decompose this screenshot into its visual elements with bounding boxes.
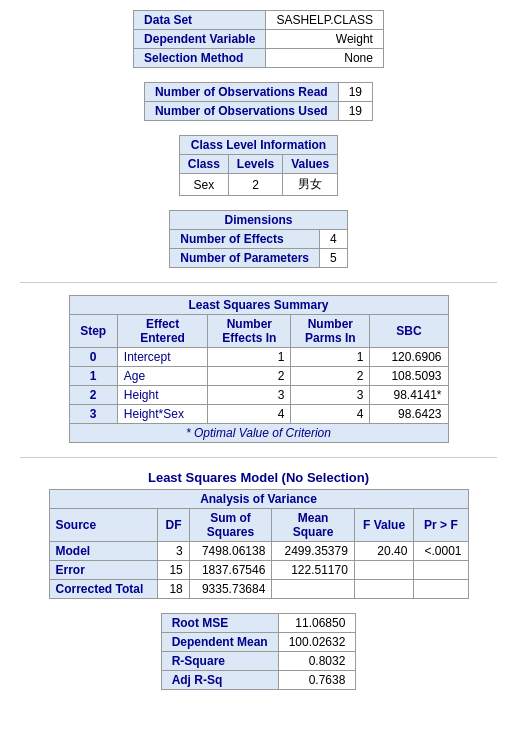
- table-row: Error 15 1837.67546 122.51170: [49, 561, 468, 580]
- dimensions-title: Dimensions: [170, 211, 347, 230]
- dimensions-table: Dimensions Number of Effects 4 Number of…: [169, 210, 347, 268]
- effects-in-header: NumberEffects In: [208, 315, 291, 348]
- table-row: Model 3 7498.06138 2499.35379 20.40 <.00…: [49, 542, 468, 561]
- class-level-section: Class Level Information Class Levels Val…: [20, 135, 497, 196]
- anova-header-row: Source DF Sum ofSquares MeanSquare F Val…: [49, 509, 468, 542]
- source-header: Source: [49, 509, 158, 542]
- df-1: 15: [158, 561, 189, 580]
- section-divider: [20, 282, 497, 283]
- ls-title-row: Least Squares Summary: [69, 296, 448, 315]
- table-row: Number of Observations Read 19: [144, 83, 372, 102]
- r-square-label: R-Square: [161, 652, 278, 671]
- page-container: Data Set SASHELP.CLASS Dependent Variabl…: [0, 0, 517, 714]
- levels-cell: 2: [228, 174, 282, 196]
- f-val-1: [354, 561, 413, 580]
- source-1: Error: [49, 561, 158, 580]
- pr-f-2: [414, 580, 468, 599]
- num-params-value: 5: [320, 249, 348, 268]
- sbc-3: 98.6423: [370, 405, 448, 424]
- source-2: Corrected Total: [49, 580, 158, 599]
- sum-sq-2: 9335.73684: [189, 580, 272, 599]
- table-row: Adj R-Sq 0.7638: [161, 671, 356, 690]
- class-header: Class: [179, 155, 228, 174]
- step-header: Step: [69, 315, 117, 348]
- dataset-value: SASHELP.CLASS: [266, 11, 384, 30]
- pr-f-1: [414, 561, 468, 580]
- effects-in-1: 2: [208, 367, 291, 386]
- sum-squares-header: Sum ofSquares: [189, 509, 272, 542]
- least-squares-table: Least Squares Summary Step EffectEntered…: [69, 295, 449, 443]
- selection-value: None: [266, 49, 384, 68]
- dataset-table: Data Set SASHELP.CLASS Dependent Variabl…: [133, 10, 384, 68]
- obs-read-label: Number of Observations Read: [144, 83, 338, 102]
- table-row: Sex 2 男女: [179, 174, 337, 196]
- levels-header: Levels: [228, 155, 282, 174]
- table-row: 1 Age 2 2 108.5093: [69, 367, 448, 386]
- anova-section: Analysis of Variance Source DF Sum ofSqu…: [20, 489, 497, 599]
- ls-footnote-row: * Optimal Value of Criterion: [69, 424, 448, 443]
- f-val-0: 20.40: [354, 542, 413, 561]
- dep-mean-value: 100.02632: [278, 633, 356, 652]
- df-2: 18: [158, 580, 189, 599]
- sum-sq-0: 7498.06138: [189, 542, 272, 561]
- values-cell: 男女: [283, 174, 338, 196]
- observations-table: Number of Observations Read 19 Number of…: [144, 82, 373, 121]
- mean-sq-1: 122.51170: [272, 561, 355, 580]
- dataset-section: Data Set SASHELP.CLASS Dependent Variabl…: [20, 10, 497, 68]
- obs-read-value: 19: [338, 83, 372, 102]
- dep-var-label: Dependent Variable: [134, 30, 266, 49]
- parms-in-3: 4: [291, 405, 370, 424]
- sbc-0: 120.6906: [370, 348, 448, 367]
- effects-in-0: 1: [208, 348, 291, 367]
- least-squares-section: Least Squares Summary Step EffectEntered…: [20, 295, 497, 443]
- table-row: R-Square 0.8032: [161, 652, 356, 671]
- ls-header-row: Step EffectEntered NumberEffects In Numb…: [69, 315, 448, 348]
- mean-square-header: MeanSquare: [272, 509, 355, 542]
- step-0: 0: [69, 348, 117, 367]
- df-0: 3: [158, 542, 189, 561]
- effect-3: Height*Sex: [117, 405, 208, 424]
- effects-in-2: 3: [208, 386, 291, 405]
- table-row: Number of Observations Used 19: [144, 102, 372, 121]
- sbc-1: 108.5093: [370, 367, 448, 386]
- sbc-2: 98.4141*: [370, 386, 448, 405]
- class-level-title-row: Class Level Information: [179, 136, 337, 155]
- dep-mean-label: Dependent Mean: [161, 633, 278, 652]
- table-row: Root MSE 11.06850: [161, 614, 356, 633]
- anova-title: Analysis of Variance: [49, 490, 468, 509]
- table-row: Number of Effects 4: [170, 230, 347, 249]
- parms-in-2: 3: [291, 386, 370, 405]
- table-row: 0 Intercept 1 1 120.6906: [69, 348, 448, 367]
- table-row: Number of Parameters 5: [170, 249, 347, 268]
- dimensions-title-row: Dimensions: [170, 211, 347, 230]
- parms-in-1: 2: [291, 367, 370, 386]
- table-row: Selection Method None: [134, 49, 384, 68]
- selection-label: Selection Method: [134, 49, 266, 68]
- ls-title: Least Squares Summary: [69, 296, 448, 315]
- step-2: 2: [69, 386, 117, 405]
- mean-sq-0: 2499.35379: [272, 542, 355, 561]
- parms-in-0: 1: [291, 348, 370, 367]
- num-effects-value: 4: [320, 230, 348, 249]
- effect-1: Age: [117, 367, 208, 386]
- table-row: Dependent Variable Weight: [134, 30, 384, 49]
- num-effects-label: Number of Effects: [170, 230, 320, 249]
- model-title: Least Squares Model (No Selection): [20, 470, 497, 485]
- dataset-label: Data Set: [134, 11, 266, 30]
- root-mse-label: Root MSE: [161, 614, 278, 633]
- class-cell: Sex: [179, 174, 228, 196]
- obs-used-label: Number of Observations Used: [144, 102, 338, 121]
- fit-stats-table: Root MSE 11.06850 Dependent Mean 100.026…: [161, 613, 357, 690]
- step-1: 1: [69, 367, 117, 386]
- class-level-table: Class Level Information Class Levels Val…: [179, 135, 338, 196]
- dep-var-value: Weight: [266, 30, 384, 49]
- table-row: Corrected Total 18 9335.73684: [49, 580, 468, 599]
- ls-footnote: * Optimal Value of Criterion: [69, 424, 448, 443]
- effect-header: EffectEntered: [117, 315, 208, 348]
- fit-stats-section: Root MSE 11.06850 Dependent Mean 100.026…: [20, 613, 497, 690]
- f-val-2: [354, 580, 413, 599]
- f-value-header: F Value: [354, 509, 413, 542]
- values-header: Values: [283, 155, 338, 174]
- pr-f-header: Pr > F: [414, 509, 468, 542]
- dimensions-section: Dimensions Number of Effects 4 Number of…: [20, 210, 497, 268]
